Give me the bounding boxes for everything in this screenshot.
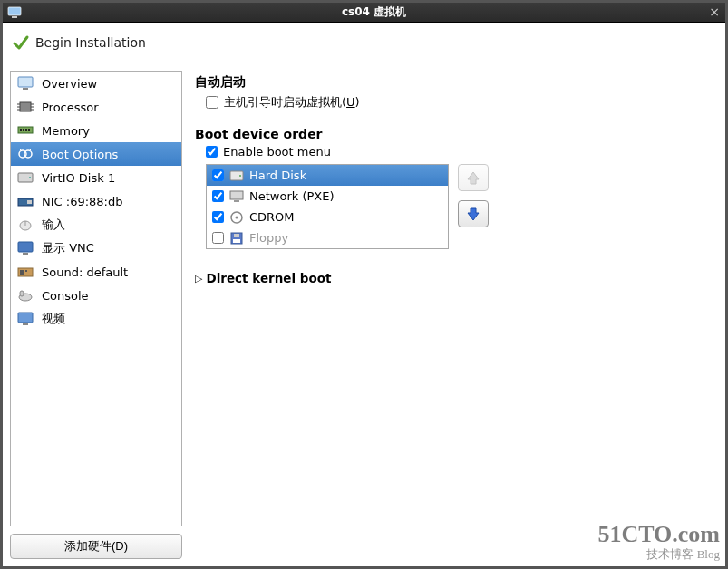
boot-item-checkbox[interactable] (212, 190, 224, 202)
svg-rect-30 (20, 291, 24, 296)
sidebar-item-label: 视频 (42, 311, 65, 327)
close-icon[interactable]: × (709, 5, 720, 19)
enable-bootmenu-label: Enable boot menu (223, 145, 331, 159)
sidebar-item-label: NIC :69:88:db (42, 195, 123, 208)
sound-icon (16, 264, 34, 280)
svg-rect-21 (27, 200, 32, 204)
nic-icon (16, 193, 34, 209)
sidebar-list: OverviewProcessorMemoryBoot OptionsVirtI… (10, 71, 182, 526)
add-hardware-label: 添加硬件(D) (64, 539, 128, 553)
svg-rect-0 (8, 7, 21, 15)
vm-monitor-icon (6, 5, 23, 21)
svg-rect-1 (12, 16, 17, 18)
svg-rect-28 (25, 270, 27, 272)
input-icon (16, 217, 34, 233)
boot-item-cd[interactable]: CDROM (207, 207, 448, 227)
boot-item-label: CDROM (249, 210, 295, 224)
enable-bootmenu-row[interactable]: Enable boot menu (206, 145, 711, 159)
begin-install-icon (12, 34, 30, 52)
autostart-row[interactable]: 主机引导时启动虚拟机(U) (206, 94, 711, 111)
sidebar-item-input[interactable]: 输入 (11, 213, 181, 236)
sidebar-item-console[interactable]: Console (11, 284, 181, 307)
net-icon (229, 189, 244, 204)
sidebar-item-label: Sound: default (42, 265, 128, 279)
boot-item-net[interactable]: Network (PXE) (207, 186, 448, 207)
sidebar-item-label: Console (42, 289, 89, 303)
floppy-icon (229, 231, 244, 246)
add-hardware-button[interactable]: 添加硬件(D) (10, 534, 182, 559)
svg-rect-40 (234, 234, 239, 237)
video-icon (16, 311, 34, 327)
sidebar-item-label: 显示 VNC (42, 240, 94, 256)
sidebar-item-overview[interactable]: Overview (11, 72, 181, 95)
hdd-icon (229, 169, 244, 183)
svg-point-17 (24, 150, 32, 158)
sidebar-item-processor[interactable]: Processor (11, 95, 181, 119)
sidebar-item-label: 输入 (42, 217, 65, 233)
sidebar-item-disk[interactable]: VirtIO Disk 1 (11, 166, 181, 189)
sidebar-item-label: VirtIO Disk 1 (42, 171, 115, 185)
sidebar-item-nic[interactable]: NIC :69:88:db (11, 189, 181, 213)
svg-rect-3 (23, 88, 28, 90)
boot-item-checkbox[interactable] (212, 232, 224, 244)
direct-kernel-boot-expander[interactable]: ▷ Direct kernel boot (195, 271, 711, 285)
boot-item-label: Hard Disk (249, 169, 306, 182)
boot-icon (16, 146, 34, 162)
sidebar-item-video[interactable]: 视频 (11, 307, 181, 331)
boot-item-checkbox[interactable] (212, 169, 224, 181)
content-panel: 自动启动 主机引导时启动虚拟机(U) Boot device order Ena… (188, 71, 718, 559)
svg-rect-31 (18, 313, 33, 323)
boot-item-label: Floppy (249, 231, 288, 245)
boot-item-checkbox[interactable] (212, 211, 224, 223)
bootorder-arrows (458, 164, 489, 227)
svg-rect-24 (18, 242, 33, 252)
console-icon (16, 287, 34, 304)
bootorder-title: Boot device order (195, 127, 711, 141)
svg-rect-36 (234, 200, 239, 202)
boot-item-hdd[interactable]: Hard Disk (207, 165, 448, 186)
bootorder-wrap: Hard DiskNetwork (PXE)CDROMFloppy (206, 164, 711, 249)
sidebar-item-boot[interactable]: Boot Options (11, 142, 181, 166)
autostart-title: 自动启动 (195, 74, 711, 91)
svg-rect-41 (233, 239, 240, 243)
processor-icon (16, 99, 34, 115)
sidebar-item-sound[interactable]: Sound: default (11, 260, 181, 284)
bootorder-list[interactable]: Hard DiskNetwork (PXE)CDROMFloppy (206, 164, 449, 249)
svg-rect-13 (23, 129, 24, 131)
disk-icon (16, 169, 34, 186)
main: OverviewProcessorMemoryBoot OptionsVirtI… (3, 63, 725, 566)
svg-rect-4 (20, 102, 31, 111)
boot-item-label: Network (PXE) (249, 189, 335, 203)
svg-rect-27 (20, 270, 24, 275)
enable-bootmenu-checkbox[interactable] (206, 146, 218, 158)
begin-install-button[interactable]: Begin Installation (35, 35, 146, 50)
sidebar-item-display[interactable]: 显示 VNC (11, 236, 181, 260)
window-title: cs04 虚拟机 (23, 5, 725, 20)
move-up-button[interactable] (458, 164, 489, 191)
sidebar-item-label: Boot Options (42, 148, 118, 161)
svg-rect-32 (23, 323, 28, 325)
toolbar: Begin Installation (3, 23, 725, 63)
sidebar-item-label: Processor (42, 101, 99, 114)
overview-icon (16, 75, 34, 92)
display-icon (16, 240, 34, 256)
svg-rect-15 (28, 129, 30, 131)
svg-rect-14 (25, 129, 27, 131)
sidebar-item-memory[interactable]: Memory (11, 119, 181, 142)
sidebar-item-label: Memory (42, 124, 90, 138)
sidebar: OverviewProcessorMemoryBoot OptionsVirtI… (10, 71, 182, 559)
titlebar: cs04 虚拟机 × (3, 3, 725, 23)
svg-rect-35 (230, 191, 243, 199)
memory-icon (16, 122, 34, 139)
svg-rect-12 (20, 129, 22, 131)
svg-rect-2 (18, 77, 33, 87)
svg-point-34 (239, 175, 241, 177)
autostart-label: 主机引导时启动虚拟机(U) (224, 94, 360, 111)
sidebar-item-label: Overview (42, 77, 97, 91)
direct-kernel-boot-label: Direct kernel boot (206, 271, 331, 285)
move-down-button[interactable] (458, 200, 489, 227)
boot-item-floppy[interactable]: Floppy (207, 227, 448, 248)
expander-triangle-icon: ▷ (195, 273, 202, 284)
svg-point-38 (236, 216, 238, 218)
autostart-checkbox[interactable] (206, 96, 218, 109)
